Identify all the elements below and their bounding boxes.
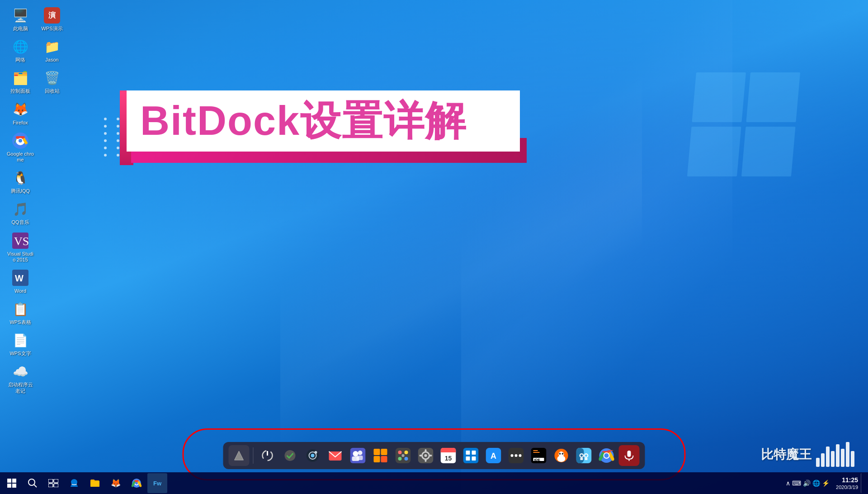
svg-rect-45 — [466, 451, 470, 455]
dock-teams-icon[interactable] — [348, 445, 368, 466]
tray-battery-icon[interactable]: ⚡ — [822, 480, 830, 487]
tray-volume-icon[interactable]: 🔊 — [803, 480, 811, 487]
desktop-icon-wps-writer[interactable]: 📄 WPS文字 — [5, 329, 36, 358]
svg-rect-46 — [472, 451, 476, 455]
dock-mosaic-icon[interactable] — [370, 445, 391, 466]
desktop-icon-startup-helper[interactable]: ☁️ 启动程序云老记 — [5, 361, 36, 395]
tray-icons: ∧ ⌨ 🔊 🌐 ⚡ — [786, 480, 830, 487]
desktop-icon-word[interactable]: W Word — [5, 267, 36, 296]
tray-keyboard-icon[interactable]: ⌨ — [792, 480, 801, 487]
bar-2 — [821, 453, 825, 467]
dock-chrome-icon[interactable] — [596, 445, 617, 466]
dock-finder-icon[interactable] — [574, 445, 594, 466]
dock-taobao-icon[interactable] — [551, 445, 572, 466]
wps-writer-icon: 📄 — [11, 331, 29, 349]
svg-rect-80 — [12, 479, 16, 483]
svg-point-12 — [285, 450, 296, 461]
svg-point-4 — [19, 139, 22, 142]
svg-point-15 — [311, 454, 315, 457]
dock-check-icon[interactable] — [280, 445, 301, 466]
taskbar-chrome-button[interactable] — [127, 473, 146, 493]
jason-icon: 📁 — [43, 38, 61, 56]
dock-area: 15 A — [223, 442, 645, 469]
desktop-icon-area: 🖥️ 此电脑 演 WPS演示 🌐 网络 📁 Jason — [5, 5, 68, 396]
dock-more-icon[interactable] — [506, 445, 527, 466]
word-icon: W — [11, 269, 29, 287]
dock-windows-grid-icon[interactable] — [461, 445, 481, 466]
dock-launchpad-icon[interactable] — [393, 445, 414, 466]
dock-back-icon[interactable] — [229, 445, 250, 466]
firefox-label: Firefox — [13, 120, 28, 126]
desktop-icon-wps-table[interactable]: 📋 WPS表格 — [5, 298, 36, 327]
svg-point-35 — [425, 454, 427, 457]
svg-point-70 — [585, 455, 587, 457]
desktop-icon-recycle-bin[interactable]: 🗑️ 回收站 — [36, 67, 68, 96]
dock-power-icon[interactable] — [257, 445, 278, 466]
network-icon: 🌐 — [11, 38, 29, 56]
chrome-desktop-label: Google chrome — [6, 151, 34, 163]
chrome-icon — [11, 132, 29, 150]
svg-rect-36 — [425, 449, 427, 452]
svg-rect-89 — [90, 481, 99, 487]
firefox-icon: 🦊 — [11, 100, 29, 119]
system-tray: ∧ ⌨ 🔊 🌐 ⚡ 11:25 2020/3/19 — [786, 473, 868, 493]
desktop-icon-vs2015[interactable]: VS Visual Studio 2015 — [5, 230, 36, 265]
show-desktop-button[interactable] — [861, 473, 864, 493]
system-clock[interactable]: 11:25 2020/3/19 — [836, 476, 858, 490]
svg-rect-44 — [463, 448, 479, 463]
svg-point-62 — [557, 456, 566, 462]
svg-point-54 — [519, 454, 522, 457]
taskbar-fw-button[interactable]: Fw — [147, 473, 167, 493]
svg-point-76 — [604, 453, 609, 458]
desktop-icon-firefox[interactable]: 🦊 Firefox — [5, 99, 36, 128]
dock-mic-icon[interactable] — [619, 445, 640, 466]
svg-point-19 — [358, 451, 363, 455]
desktop-icon-jason[interactable]: 📁 Jason — [36, 36, 68, 65]
svg-text:IDE: IDE — [534, 458, 541, 462]
dock-steam-icon[interactable] — [302, 445, 323, 466]
taskbar-explorer-button[interactable] — [85, 473, 105, 493]
wps-icon-img: 演 — [43, 6, 61, 24]
taskbar-firefox-button[interactable]: 🦊 — [106, 473, 126, 493]
pc-icon: 🖥️ — [11, 6, 29, 24]
wps-label: WPS演示 — [41, 26, 62, 32]
svg-rect-32 — [402, 454, 405, 457]
dock-appstore-icon[interactable]: A — [483, 445, 504, 466]
dock-settings-icon[interactable] — [415, 445, 436, 466]
control-panel-icon: 🗂️ — [11, 69, 29, 87]
svg-rect-25 — [374, 456, 380, 462]
tray-chevron-icon[interactable]: ∧ — [786, 480, 790, 487]
dock-jetbrains-icon[interactable]: IDE — [528, 445, 549, 466]
bar-7 — [846, 442, 849, 467]
desktop-icon-iqq[interactable]: 🐧 腾讯IQQ — [5, 167, 36, 196]
taskbar-task-view-button[interactable] — [43, 473, 63, 493]
svg-point-30 — [398, 457, 402, 461]
desktop-icon-network[interactable]: 🌐 网络 — [5, 36, 36, 65]
svg-rect-37 — [425, 459, 427, 462]
desktop-icon-control-panel[interactable]: 🗂️ 控制面板 — [5, 67, 36, 96]
desktop-icon-qq-music[interactable]: 🎵 QQ音乐 — [5, 198, 36, 227]
svg-rect-77 — [627, 451, 631, 457]
vs2015-label: Visual Studio 2015 — [6, 251, 34, 263]
tray-network-icon[interactable]: 🌐 — [812, 480, 820, 487]
start-button[interactable] — [2, 473, 22, 493]
recycle-bin-label: 回收站 — [45, 88, 60, 94]
taskbar-edge-button[interactable] — [64, 473, 84, 493]
network-label: 网络 — [15, 57, 25, 63]
bar-1 — [816, 458, 820, 467]
desktop-icon-chrome[interactable]: Google chrome — [5, 130, 36, 165]
desktop-icon-pc[interactable]: 🖥️ 此电脑 — [5, 5, 36, 33]
dock-mail-icon[interactable] — [325, 445, 346, 466]
svg-rect-79 — [7, 479, 11, 483]
dock-calendar-icon[interactable]: 15 — [438, 445, 459, 466]
taskbar-search-button[interactable] — [23, 473, 42, 493]
banner-title: BitDock设置详解 — [140, 99, 467, 143]
svg-rect-22 — [352, 456, 359, 461]
svg-rect-48 — [472, 456, 476, 461]
svg-rect-57 — [533, 452, 540, 453]
desktop-icon-wps[interactable]: 演 WPS演示 — [36, 5, 68, 33]
svg-rect-47 — [466, 456, 470, 461]
svg-rect-71 — [580, 458, 583, 460]
svg-rect-81 — [7, 484, 11, 488]
svg-point-63 — [559, 453, 561, 455]
